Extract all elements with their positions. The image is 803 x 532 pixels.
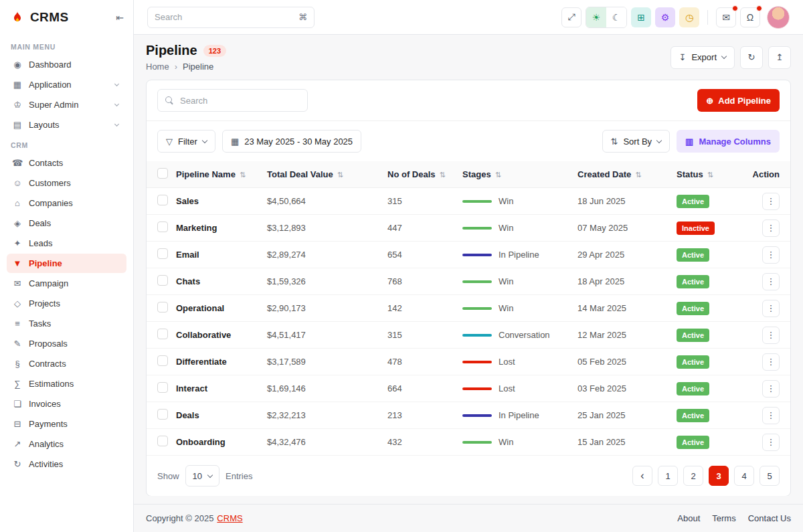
date-range-value: 23 May 2025 - 30 May 2025 [244, 137, 353, 147]
sort-icon[interactable] [635, 169, 641, 179]
analytics-icon: ↗ [12, 439, 23, 449]
page-number-button[interactable]: 4 [734, 466, 754, 486]
footer-link[interactable]: Contact Us [748, 513, 791, 523]
row-actions-button[interactable] [762, 327, 780, 344]
date-range-button[interactable]: ▦ 23 May 2025 - 30 May 2025 [222, 130, 361, 153]
global-search: ⌘ [147, 7, 315, 28]
row-checkbox[interactable] [157, 302, 168, 313]
sort-icon[interactable] [337, 169, 343, 179]
row-checkbox[interactable] [157, 355, 168, 366]
manage-columns-button[interactable]: ▥ Manage Columns [677, 130, 780, 153]
add-pipeline-button[interactable]: ⊕ Add Pipeline [697, 89, 780, 112]
breadcrumb-home[interactable]: Home [146, 62, 169, 72]
apps-grid-button[interactable]: ⊞ [631, 7, 651, 27]
table-row: Chats $1,59,326 768 Win 18 Apr 2025 Acti… [147, 268, 790, 295]
sidebar-item[interactable]: ↻ Activities [7, 454, 126, 474]
table-row: Operational $2,90,173 142 Win 14 Mar 202… [147, 295, 790, 322]
avatar[interactable] [767, 6, 790, 29]
sidebar-item[interactable]: ☎ Contacts [7, 153, 126, 173]
sidebar-item[interactable]: ❏ Invoices [7, 394, 126, 414]
footer-link[interactable]: About [677, 513, 700, 523]
sidebar-item[interactable]: ✉ Campaign [7, 274, 126, 293]
page-number-button[interactable]: 2 [683, 466, 703, 486]
page-number-button[interactable]: 5 [760, 466, 780, 486]
total-deal-value: $1,59,326 [267, 276, 387, 286]
sidebar-item[interactable]: ✎ Proposals [7, 334, 126, 353]
sort-icon[interactable] [495, 169, 501, 179]
sidebar-item[interactable]: ⌂ Companies [7, 193, 126, 213]
app-name: CRMS [30, 10, 69, 25]
copyright: Copyright © 2025 CRMS [146, 513, 243, 523]
select-all-checkbox[interactable] [157, 168, 168, 179]
sidebar-item[interactable]: ▤ Layouts [7, 115, 126, 135]
table-search-input[interactable] [180, 96, 300, 106]
row-checkbox[interactable] [157, 248, 168, 259]
messages-button[interactable]: ✉ [716, 7, 736, 27]
sidebar-item[interactable]: ∑ Estimations [7, 374, 126, 393]
row-actions-button[interactable] [762, 193, 780, 210]
sidebar-item[interactable]: ✦ Leads [7, 234, 126, 253]
entries-select[interactable]: 10 [185, 465, 219, 486]
sidebar-item[interactable]: ◇ Projects [7, 294, 126, 313]
no-of-deals: 664 [387, 383, 462, 393]
sidebar-item[interactable]: ▼ Pipeline [7, 254, 126, 273]
sort-icon[interactable] [240, 169, 246, 179]
notifications-button[interactable]: Ω [740, 7, 760, 27]
sidebar-item[interactable]: ≡ Tasks [7, 314, 126, 333]
pipeline-name: Operational [176, 303, 267, 313]
row-actions-button[interactable] [762, 407, 780, 424]
prev-page-button[interactable] [632, 466, 652, 486]
collapse-card-button[interactable]: ↥ [768, 46, 791, 69]
global-search-input[interactable] [155, 12, 293, 22]
no-of-deals: 654 [387, 250, 462, 260]
sidebar-item[interactable]: ▦ Application [7, 75, 126, 94]
sort-icon[interactable] [440, 169, 446, 179]
dark-mode-button[interactable]: ☾ [606, 7, 626, 27]
refresh-button[interactable]: ↻ [740, 46, 763, 69]
row-actions-button[interactable] [762, 353, 780, 371]
row-actions-button[interactable] [762, 300, 780, 317]
stage-bar [462, 334, 492, 337]
export-button[interactable]: ↧ Export [671, 46, 735, 69]
column-header: Status [677, 169, 741, 179]
sidebar-item[interactable]: ☺ Customers [7, 173, 126, 193]
footer-link[interactable]: Terms [712, 513, 735, 523]
row-actions-button[interactable] [762, 246, 780, 264]
row-checkbox[interactable] [157, 329, 168, 339]
created-date: 03 Feb 2025 [577, 383, 677, 393]
sidebar-item[interactable]: ♔ Super Admin [7, 95, 126, 114]
status-badge: Active [677, 275, 709, 288]
sidebar-item[interactable]: ◉ Dashboard [7, 55, 126, 74]
row-checkbox[interactable] [157, 195, 168, 205]
total-deal-value: $2,90,173 [267, 303, 387, 313]
sort-icon[interactable] [707, 169, 713, 179]
fullscreen-button[interactable]: ⤢ [561, 7, 582, 27]
filter-icon: ▽ [166, 137, 173, 147]
row-actions-button[interactable] [762, 380, 780, 397]
row-checkbox[interactable] [157, 382, 168, 393]
sidebar-item[interactable]: ⊟ Payments [7, 414, 126, 434]
sidebar-item[interactable]: § Contracts [7, 354, 126, 373]
sidebar-item[interactable]: ◈ Deals [7, 213, 126, 233]
sidebar-item-label: Customers [29, 178, 71, 188]
row-checkbox[interactable] [157, 436, 168, 446]
row-checkbox[interactable] [157, 221, 168, 232]
command-key-icon: ⌘ [298, 12, 307, 22]
settings-button[interactable]: ⚙ [655, 7, 675, 27]
row-checkbox[interactable] [157, 409, 168, 420]
fullscreen-icon: ⤢ [567, 11, 575, 23]
stage-cell: Lost [462, 357, 577, 367]
filter-button[interactable]: ▽ Filter [157, 130, 215, 153]
page-number-button[interactable]: 1 [658, 466, 678, 486]
sort-by-button[interactable]: ⇅ Sort By [602, 130, 671, 153]
history-button[interactable]: ◷ [679, 7, 699, 27]
row-actions-button[interactable] [762, 219, 780, 237]
sidebar-item[interactable]: ↗ Analytics [7, 434, 126, 454]
light-mode-button[interactable]: ☀ [586, 7, 606, 27]
sidebar-collapse-button[interactable]: ⇤ [116, 12, 124, 23]
brand-link[interactable]: CRMS [217, 513, 242, 523]
row-actions-button[interactable] [762, 434, 780, 451]
page-number-button[interactable]: 3 [709, 466, 729, 486]
row-checkbox[interactable] [157, 275, 168, 286]
row-actions-button[interactable] [762, 273, 780, 290]
